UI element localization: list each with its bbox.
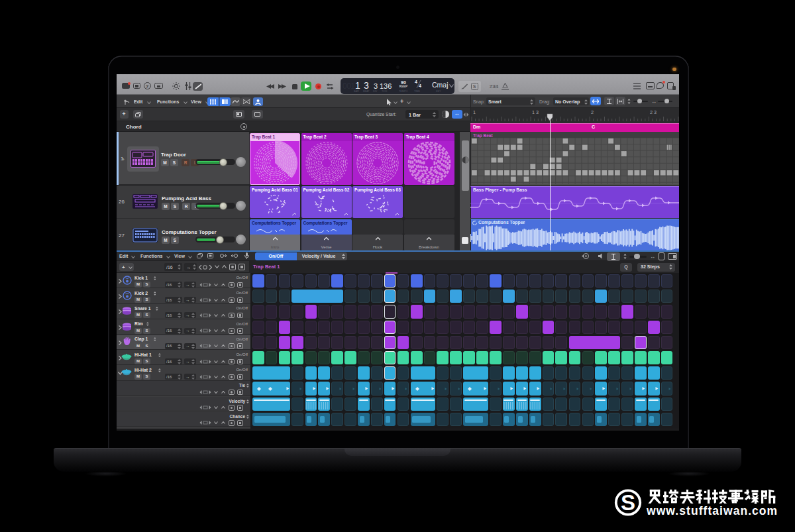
svg-text:S: S [621, 490, 635, 515]
